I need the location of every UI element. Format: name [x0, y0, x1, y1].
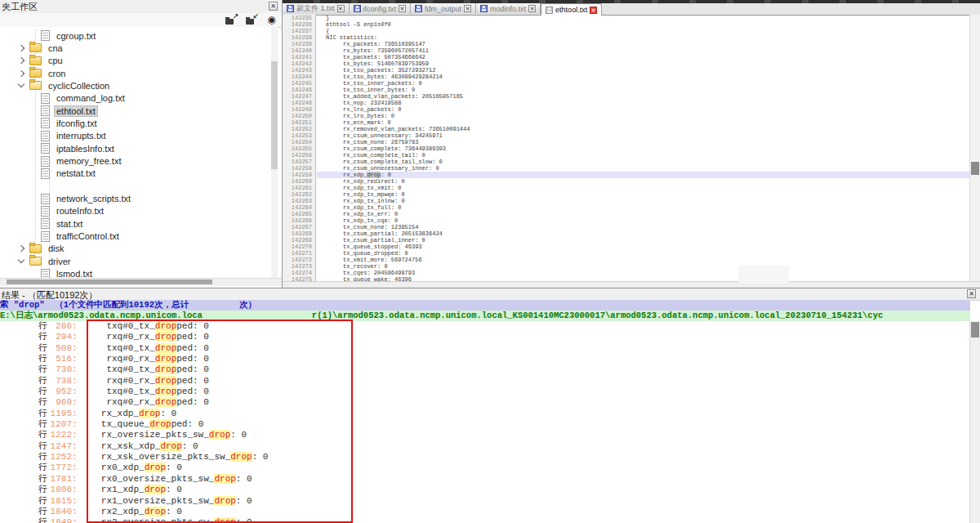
editor-line[interactable]: rx_xdp_tx_xmit: 0 — [317, 185, 970, 191]
tab-modinfo-txt[interactable]: modinfo.txt✕ — [476, 3, 541, 14]
locate-file-icon[interactable]: ◉ — [266, 15, 277, 25]
result-row[interactable]: 行952: txq#0_tx_dropped: 0 — [0, 387, 970, 397]
tab-close-icon[interactable]: ✕ — [399, 5, 406, 12]
result-row[interactable]: 行960: rxq#0_rx_dropped: 0 — [0, 397, 970, 408]
tab-close-icon[interactable]: ✕ — [528, 5, 536, 12]
chevron-right-icon[interactable] — [18, 245, 24, 252]
editor-scrollbar-horizontal[interactable] — [283, 281, 980, 288]
result-row[interactable]: 行294: rxq#0_rx_dropped: 0 — [0, 332, 970, 342]
scrollbar-thumb[interactable] — [7, 279, 212, 284]
tree-item-trafficcontrol-txt[interactable]: trafficControl.txt — [0, 230, 122, 243]
tree-scrollbar-horizontal[interactable] — [0, 278, 282, 286]
result-row[interactable]: 行1252: rx_xsk_oversize_pkts_sw_drop: 0 — [0, 452, 970, 463]
result-row[interactable]: 行286: txq#0_tx_dropped: 0 — [0, 321, 970, 332]
editor-line[interactable]: tx_csum_partial: 205153836424 — [317, 230, 970, 237]
tree-item-driver[interactable]: driver — [0, 255, 74, 267]
result-row[interactable]: 行1781: rx0_oversize_pkts_sw_drop: 0 — [0, 474, 970, 485]
editor-line[interactable]: rx_xdp_tx_inlnw: 0 — [317, 198, 970, 204]
result-row[interactable]: 行508: txq#0_tx_dropped: 0 — [0, 343, 970, 354]
editor-line[interactable]: tx_tso_inner_bytes: 0 — [317, 87, 970, 93]
chevron-right-icon[interactable] — [18, 69, 24, 76]
editor-line[interactable]: tx_nop: 232419588 — [317, 100, 970, 106]
editor-line[interactable]: rx_csum_complete_tail: 0 — [317, 152, 970, 159]
editor-line[interactable]: tx_queue_stopped: 46393 — [317, 244, 970, 250]
editor-line[interactable]: tx_queue_dropped: 0 — [317, 250, 970, 257]
result-row[interactable]: 行1207: tx_queue_dropped: 0 — [0, 419, 970, 430]
tab-ifconfig-txt[interactable]: ifconfig.txt✕ — [350, 3, 412, 14]
editor-line[interactable]: rx_xdp_tx_mpwqe: 0 — [317, 191, 970, 198]
tree-item-ifconfig-txt[interactable]: ifconfig.txt — [0, 117, 100, 129]
result-row[interactable]: 行516: rxq#0_rx_dropped: 0 — [0, 354, 970, 364]
editor-line[interactable]: tx_xmit_more: 569724756 — [317, 257, 970, 263]
editor-line[interactable]: tx_packets: 507354668642 — [317, 54, 970, 60]
editor-line[interactable]: rx_removed_vlan_packets: 736510091444 — [317, 126, 970, 132]
result-row[interactable]: 行1815: rx1_oversize_pkts_sw_drop: 0 — [0, 496, 970, 507]
chevron-right-icon[interactable] — [18, 45, 24, 51]
tree-item-cpu[interactable]: cpu — [0, 55, 65, 67]
tree-item-routeinfo-txt[interactable]: routeInfo.txt — [0, 205, 106, 217]
editor-line[interactable]: tx_csum_none: 12385154 — [317, 224, 970, 230]
tab-ethtool-txt[interactable]: ethtool.txt✕ — [541, 3, 602, 16]
search-summary-line[interactable]: 索 "drop" （1个文件中匹配到10192次，总计次） — [0, 300, 970, 311]
collapse-all-icon[interactable]: ↙ — [246, 15, 257, 25]
results-scrollbar-vertical[interactable] — [969, 321, 980, 523]
tree-item-cycliccollection[interactable]: cyclicCollection — [0, 79, 112, 92]
editor-line[interactable]: { — [317, 28, 970, 34]
editor-line[interactable]: NIC statistics: — [317, 34, 970, 41]
editor-line[interactable]: rx_bytes: 735960572057411 — [317, 47, 970, 54]
file-path-line[interactable]: E:\日志\armod0523.odata.ncmp.unicom.locar(… — [0, 311, 970, 321]
editor-line[interactable]: rx_lro_packets: 0 — [317, 106, 970, 113]
editor-line[interactable]: rx_xdp_tx_full: 0 — [317, 204, 970, 211]
editor-scrollbar-vertical[interactable] — [969, 15, 980, 282]
editor-line[interactable]: tx_added_vlan_packets: 205165957165 — [317, 93, 970, 100]
tree-item-netstat-txt[interactable]: netstat.txt — [0, 168, 98, 180]
scrollbar-thumb[interactable] — [971, 162, 979, 175]
tab-close-icon[interactable]: ✕ — [464, 5, 471, 12]
tree-item-network-scripts-txt[interactable]: network_scripts.txt — [0, 193, 133, 205]
result-row[interactable]: 行1247: rx_xsk_xdp_drop: 0 — [0, 441, 970, 452]
editor-line[interactable]: rx_csum_none: 26759783 — [317, 139, 970, 145]
editor-line[interactable]: rx_xdp_tx_err: 0 — [317, 211, 970, 217]
editor-line[interactable]: tx_bytes: 514607839753959 — [317, 60, 970, 67]
editor-line[interactable]: tx_cqes: 204596498793 — [317, 270, 970, 276]
tree-item-ethtool-txt[interactable]: ethtool.txt — [0, 105, 98, 117]
editor-line[interactable]: } — [317, 15, 970, 21]
editor-line[interactable]: tx_csum_partial_inner: 0 — [317, 237, 970, 244]
editor-line[interactable]: tx_tso_bytes: 463099429284214 — [317, 74, 970, 80]
chevron-down-icon[interactable] — [18, 81, 24, 87]
tree-item-lsmod-txt[interactable]: lsmod.txt — [0, 268, 95, 279]
editor-line[interactable]: rx_csum_unnecessary_inner: 0 — [317, 165, 970, 172]
tab--1-txt[interactable]: 新文件 1.txt✕ — [283, 3, 350, 14]
editor-line[interactable]: tx_tso_inner_packets: 0 — [317, 80, 970, 87]
editor-line[interactable]: rx_xdp_redirect: 0 — [317, 178, 970, 185]
tree-item-interrupts-txt[interactable]: interrupts.txt — [0, 130, 109, 142]
result-row[interactable]: 行730: txq#0_tx_dropped: 0 — [0, 364, 970, 375]
tree-item-cron[interactable]: cron — [0, 67, 68, 79]
tree-item-stat-txt[interactable]: stat.txt — [0, 217, 85, 230]
tab-close-icon[interactable]: ✕ — [590, 7, 597, 14]
chevron-right-icon[interactable] — [18, 57, 24, 64]
result-row[interactable]: 行1806: rx1_xdp_drop: 0 — [0, 485, 970, 495]
editor-line[interactable]: rx_xdp_tx_cqe: 0 — [317, 217, 970, 224]
code-area[interactable]: }ethtool -S enp1s0f0{NIC statistics: rx_… — [317, 15, 970, 283]
tree-item-memory-free-txt[interactable]: memory_free.txt — [0, 155, 123, 168]
result-row[interactable]: 行738: rxq#0_rx_dropped: 0 — [0, 376, 970, 387]
result-row[interactable]: 行1849: rx2_oversize_pkts_sw_drop: 0 — [0, 517, 970, 523]
expand-all-icon[interactable]: ↗ — [225, 15, 237, 25]
tree-item-cna[interactable]: cna — [0, 42, 65, 54]
editor-line[interactable]: rx_packets: 736510395147 — [317, 41, 970, 47]
editor[interactable]: 1422351422361422371422381422391422401422… — [283, 15, 970, 283]
editor-line[interactable]: tx_tso_packets: 35272932712 — [317, 67, 970, 74]
editor-line[interactable]: rx_ecn_mark: 0 — [317, 119, 970, 126]
result-row[interactable]: 行1195: rx_xdp_drop: 0 — [0, 409, 970, 419]
tab-close-icon[interactable]: ✕ — [337, 5, 345, 12]
editor-line[interactable]: rx_csum_unnecessary: 34245971 — [317, 132, 970, 139]
tree-item-cgroup-txt[interactable]: cgroup.txt — [0, 29, 98, 42]
tree-item-iptablesinfo-txt[interactable]: iptablesInfo.txt — [0, 142, 117, 154]
editor-line[interactable]: rx_csum_complete: 736449389393 — [317, 145, 970, 152]
chevron-down-icon[interactable] — [18, 257, 24, 263]
editor-line[interactable]: tx_recover: 0 — [317, 263, 970, 270]
panel-splitter[interactable] — [277, 0, 283, 288]
result-row[interactable]: 行1840: rx2_xdp_drop: 0 — [0, 507, 970, 517]
result-row[interactable]: 行1222: rx_oversize_pkts_sw_drop: 0 — [0, 430, 970, 440]
